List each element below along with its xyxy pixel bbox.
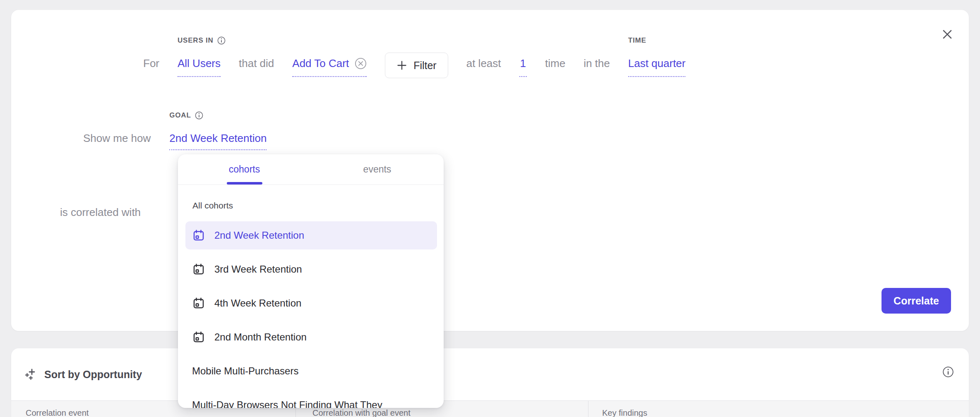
goal-label: GOAL [169,111,203,120]
list-item[interactable]: 4th Week Retention [185,289,437,317]
column-divider [588,401,588,417]
info-icon[interactable] [942,366,954,378]
list-item[interactable]: 3rd Week Retention [185,255,437,283]
goal-label-text: GOAL [169,111,191,120]
query-sentence-row: For USERS IN All Users that did Add To C… [143,55,685,78]
cohort-list: 2nd Week Retention 3rd Week Retention 4t… [178,221,444,408]
users-in-label: USERS IN [178,36,226,45]
active-tab-indicator [227,182,262,185]
correlate-button[interactable]: Correlate [882,288,951,314]
at-least-word: at least [466,55,501,71]
circle-x-icon[interactable] [355,58,367,70]
sparkles-plus-icon [25,368,37,381]
column-header-correlation-event: Correlation event [26,408,89,417]
list-item-label: Mobile Multi-Purchasers [192,365,298,377]
list-item-label: 3rd Week Retention [214,264,302,275]
list-item-label: 4th Week Retention [214,297,301,309]
correlation-builder-screen: For USERS IN All Users that did Add To C… [0,0,980,417]
close-icon[interactable] [938,25,956,43]
that-did-word: that did [239,55,274,71]
plus-icon [396,60,407,71]
in-the-word: in the [584,55,610,71]
filter-button-label: Filter [413,60,437,72]
list-item[interactable]: Multi-Day Browsers Not Finding What They [185,391,437,408]
goal-row: Show me how GOAL 2nd Week Retention [83,130,267,150]
time-range-link[interactable]: Last quarter [628,55,686,77]
column-header-correlation-with-goal: Correlation with goal event [312,408,411,417]
calendar-icon [192,263,205,276]
list-item[interactable]: 2nd Week Retention [185,221,437,249]
time-label: TIME [628,36,646,45]
info-icon[interactable] [217,36,226,45]
add-filter-button[interactable]: Filter [385,53,448,78]
list-item-label: Multi-Day Browsers Not Finding What They [192,399,382,408]
times-count-link[interactable]: 1 [519,55,527,77]
results-card: Sort by Opportunity Correlation event Co… [11,348,969,417]
sort-by-opportunity-row[interactable]: Sort by Opportunity [11,348,969,400]
calendar-icon [192,229,205,242]
users-in-field: USERS IN All Users [178,55,221,77]
event-selector[interactable]: Add To Cart [292,55,367,77]
cohort-picker-dropdown: cohorts events All cohorts 2nd Week Rete… [178,154,444,408]
list-item[interactable]: Mobile Multi-Purchasers [185,357,437,385]
time-range-field: TIME Last quarter [628,55,686,77]
cohort-selector-link[interactable]: All Users [178,55,221,77]
results-table-header: Correlation event Correlation with goal … [11,400,969,417]
info-icon[interactable] [195,111,203,120]
event-field: Add To Cart [292,55,367,77]
sort-by-opportunity-label: Sort by Opportunity [44,369,142,381]
tab-cohorts[interactable]: cohorts [178,154,311,185]
time-word: time [545,55,565,71]
calendar-icon [192,331,205,343]
users-in-label-text: USERS IN [178,36,214,45]
list-item-label: 2nd Week Retention [214,230,304,241]
tab-cohorts-label: cohorts [229,164,260,175]
column-header-key-findings: Key findings [602,408,647,417]
is-correlated-with-word: is correlated with [60,204,141,220]
list-item-label: 2nd Month Retention [214,331,307,343]
calendar-icon [192,297,205,309]
goal-field: GOAL 2nd Week Retention [169,130,267,150]
list-item[interactable]: 2nd Month Retention [185,323,437,351]
event-link[interactable]: Add To Cart [292,55,349,71]
tab-events-label: events [363,164,392,175]
goal-selector-link[interactable]: 2nd Week Retention [169,130,267,150]
query-builder-card: For USERS IN All Users that did Add To C… [11,10,969,331]
cohort-section-label: All cohorts [192,201,444,211]
for-word: For [143,55,159,71]
tab-events[interactable]: events [311,154,444,185]
show-me-how-word: Show me how [83,130,151,146]
picker-tabs: cohorts events [178,154,444,185]
